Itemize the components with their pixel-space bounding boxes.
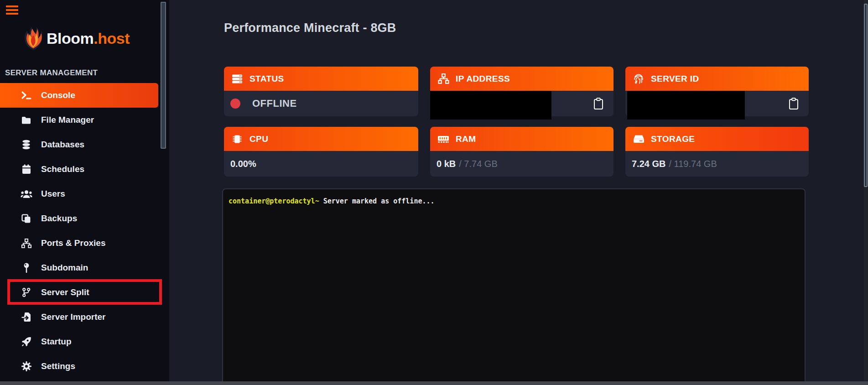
status-card-body: OFFLINE xyxy=(224,91,418,116)
sidebar-item-label: Backups xyxy=(41,213,77,224)
ip-address-card: IP ADDRESS xyxy=(430,67,613,116)
sidebar-item-label: Schedules xyxy=(41,164,84,174)
fingerprint-icon xyxy=(632,73,645,84)
rocket-icon xyxy=(20,337,32,347)
sitemap-icon xyxy=(20,239,32,248)
memory-icon xyxy=(437,134,450,144)
calendar-icon xyxy=(20,164,32,174)
vertical-scrollbar-track[interactable] xyxy=(864,0,868,381)
logo[interactable]: Bloom.host xyxy=(23,26,130,51)
console-terminal[interactable]: container@pterodactyl~ Server marked as … xyxy=(222,188,806,385)
ram-card-label: RAM xyxy=(456,134,476,144)
offline-status-dot xyxy=(230,99,240,109)
sidebar: Bloom.host SERVER MANAGEMENT Console Fil… xyxy=(0,0,169,385)
gear-icon xyxy=(20,361,32,371)
ram-card-header: RAM xyxy=(430,127,613,151)
sidebar-item-ports-proxies[interactable]: Ports & Proxies xyxy=(0,231,158,255)
sidebar-item-schedules[interactable]: Schedules xyxy=(0,157,158,182)
storage-card-label: STORAGE xyxy=(651,134,695,144)
ip-card-label: IP ADDRESS xyxy=(456,74,510,84)
logo-text: Bloom.host xyxy=(47,30,130,47)
server-id-redaction-box xyxy=(627,91,745,120)
copy-server-id-clipboard-icon[interactable] xyxy=(786,96,801,111)
terminal-prompt: container@pterodactyl~ xyxy=(229,197,319,205)
server-id-card-label: SERVER ID xyxy=(651,74,699,84)
sidebar-item-label: Server Importer xyxy=(41,312,106,322)
sidebar-item-label: File Manager xyxy=(41,115,94,125)
storage-total-value: / 119.74 GB xyxy=(669,159,717,169)
cpu-card-label: CPU xyxy=(249,134,268,144)
cpu-card-header: CPU xyxy=(224,127,418,151)
server-id-card: SERVER ID xyxy=(625,67,809,116)
sidebar-item-label: Settings xyxy=(41,361,75,371)
server-stat-cards: STATUS OFFLINE IP ADDRESS xyxy=(224,67,809,177)
storage-card-header: STORAGE xyxy=(625,127,809,151)
sidebar-item-databases[interactable]: Databases xyxy=(0,132,158,157)
ip-card-body xyxy=(430,91,613,116)
storage-card: STORAGE 7.24 GB / 119.74 GB xyxy=(625,127,809,177)
sidebar-item-label: Ports & Proxies xyxy=(41,238,106,248)
sidebar-nav: Console File Manager Databases xyxy=(0,83,158,379)
sitemap-icon xyxy=(437,73,450,84)
storage-used-value: 7.24 GB xyxy=(632,159,665,169)
sidebar-item-users[interactable]: Users xyxy=(0,182,158,206)
sidebar-item-console[interactable]: Console xyxy=(0,83,158,108)
ram-card-body: 0 kB / 7.74 GB xyxy=(430,151,613,177)
sidebar-item-label: Server Split xyxy=(41,287,89,297)
page-title: Performance Minecraft - 8GB xyxy=(224,21,396,35)
terminal-message: Server marked as offline... xyxy=(319,197,435,205)
users-icon xyxy=(20,190,32,198)
server-stack-icon xyxy=(231,74,244,84)
server-id-card-header: SERVER ID xyxy=(625,67,809,91)
storage-card-body: 7.24 GB / 119.74 GB xyxy=(625,151,809,177)
status-card-label: STATUS xyxy=(249,74,284,84)
copy-ip-clipboard-icon[interactable] xyxy=(591,96,606,111)
ram-card: RAM 0 kB / 7.74 GB xyxy=(430,127,613,177)
ip-card-header: IP ADDRESS xyxy=(430,67,613,91)
sidebar-item-label: Databases xyxy=(41,140,84,150)
sidebar-item-backups[interactable]: Backups xyxy=(0,206,158,231)
branch-icon xyxy=(20,287,32,297)
sidebar-item-server-split[interactable]: Server Split xyxy=(0,280,158,305)
sidebar-scrollbar-thumb[interactable] xyxy=(161,2,166,149)
horizontal-scrollbar[interactable] xyxy=(0,381,868,385)
status-card-header: STATUS xyxy=(224,67,418,91)
sidebar-item-settings[interactable]: Settings xyxy=(0,354,158,379)
sidebar-item-label: Console xyxy=(41,90,75,100)
sidebar-item-subdomain[interactable]: Subdomain xyxy=(0,255,158,280)
cpu-card-body: 0.00% xyxy=(224,151,418,177)
copy-icon xyxy=(20,214,32,224)
sidebar-item-server-importer[interactable]: Server Importer xyxy=(0,305,158,329)
status-value: OFFLINE xyxy=(252,98,297,109)
status-card: STATUS OFFLINE xyxy=(224,67,418,116)
ram-total-value: / 7.74 GB xyxy=(459,159,498,169)
harddrive-icon xyxy=(632,134,645,144)
terminal-icon xyxy=(20,91,32,100)
sidebar-item-label: Users xyxy=(41,189,65,199)
cpu-value: 0.00% xyxy=(230,159,256,169)
sidebar-item-startup[interactable]: Startup xyxy=(0,329,158,354)
server-id-card-body xyxy=(625,91,809,116)
sidebar-item-label: Startup xyxy=(41,337,72,347)
sidebar-item-label: Subdomain xyxy=(41,263,88,273)
logo-name: Bloom xyxy=(47,30,94,47)
terminal-message-text: Server marked as offline... xyxy=(323,197,435,205)
chip-icon xyxy=(231,134,244,145)
file-import-icon xyxy=(20,312,32,322)
folder-icon xyxy=(20,116,32,125)
bloom-flower-logo-icon xyxy=(23,26,44,51)
cpu-card: CPU 0.00% xyxy=(224,127,418,177)
ram-used-value: 0 kB xyxy=(437,159,456,169)
hamburger-menu-icon[interactable] xyxy=(6,5,18,16)
terminal-line: container@pterodactyl~ Server marked as … xyxy=(229,197,799,205)
logo-tld: .host xyxy=(94,30,130,47)
sidebar-item-file-manager[interactable]: File Manager xyxy=(0,108,158,132)
vertical-scrollbar-thumb[interactable] xyxy=(864,4,868,187)
pin-icon xyxy=(20,263,32,273)
section-label: SERVER MANAGEMENT xyxy=(5,68,98,78)
ip-redaction-box xyxy=(430,91,551,120)
database-icon xyxy=(20,140,32,150)
